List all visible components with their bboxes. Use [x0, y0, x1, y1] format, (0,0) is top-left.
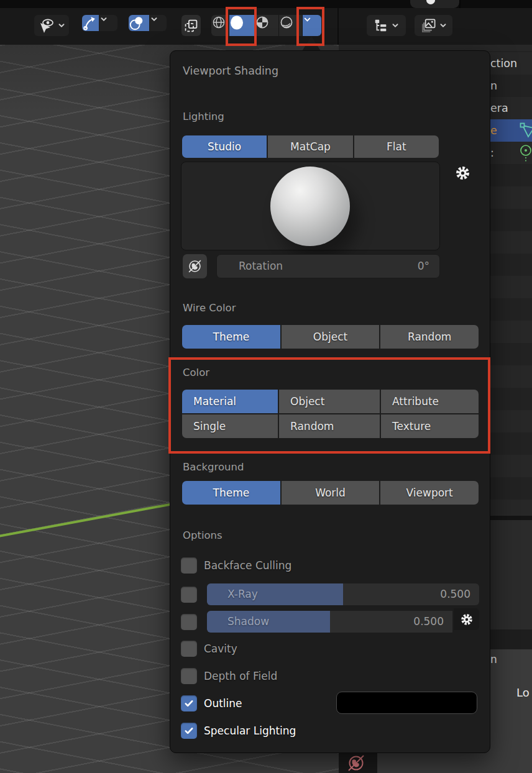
mesh-data-icon: [519, 122, 532, 139]
shading-material-button[interactable]: [255, 15, 278, 36]
outliner-item-label[interactable]: e: [490, 119, 497, 142]
outline-label: Outline: [204, 697, 242, 710]
background-section-label: Background: [183, 461, 244, 473]
lighting-segmented-control: Studio MatCap Flat: [182, 135, 439, 158]
lighting-section-label: Lighting: [183, 111, 224, 122]
chevron-down-icon: [439, 21, 447, 30]
chevron-down-icon: [57, 21, 66, 30]
gizmo-toggle-button[interactable]: [82, 15, 99, 31]
xray-icon: [183, 18, 199, 34]
image-stack-icon: [420, 17, 437, 34]
backface-culling-row: Backface Culling: [181, 557, 291, 574]
chevron-down-icon: [150, 15, 167, 24]
workspace-tab[interactable]: [410, 0, 459, 8]
material-sphere-icon: [255, 15, 278, 30]
annotation-box-shading-dropdown: [296, 7, 324, 46]
overlays-toggle-button[interactable]: [129, 15, 149, 31]
xray-slider[interactable]: X-Ray 0.500: [207, 583, 479, 605]
header-buttons: [0, 8, 532, 45]
eye-cursor-icon: [38, 17, 55, 34]
rotation-slider[interactable]: Rotation 0°: [216, 254, 440, 278]
properties-text: Lo: [516, 686, 530, 699]
lighting-option-flat[interactable]: Flat: [354, 135, 439, 158]
options-section-label: Options: [183, 529, 222, 541]
annotation-box-solid-shading: [226, 7, 257, 46]
backface-culling-label: Backface Culling: [204, 559, 291, 572]
outliner-filter-button[interactable]: [415, 15, 452, 36]
wire-color-option-random[interactable]: Random: [380, 325, 479, 349]
overlays-icon: [129, 15, 149, 31]
studiolight-preview[interactable]: [181, 162, 440, 250]
lighting-option-matcap[interactable]: MatCap: [268, 135, 352, 158]
shadow-settings-gear-icon[interactable]: [454, 608, 479, 630]
world-icon[interactable]: [347, 754, 365, 772]
object-visibility-button[interactable]: [34, 15, 69, 36]
background-option-viewport[interactable]: Viewport: [380, 481, 479, 505]
world-icon: [187, 258, 203, 274]
blender-window: ction n era e :: [0, 0, 532, 773]
annotation-box-color-section: [168, 357, 490, 454]
studiolight-settings-gear-icon[interactable]: [454, 165, 471, 181]
popup-title: Viewport Shading: [183, 65, 278, 77]
lighting-option-studio[interactable]: Studio: [182, 135, 267, 158]
depth-of-field-checkbox[interactable]: [181, 668, 197, 684]
outliner-item-label[interactable]: n: [490, 75, 497, 97]
gizmo-group: [82, 15, 117, 31]
world-space-lighting-button[interactable]: [183, 254, 207, 278]
shadow-label: Shadow: [227, 611, 269, 633]
background-option-world[interactable]: World: [282, 481, 380, 505]
xray-label: X-Ray: [227, 583, 258, 605]
outliner-item-label[interactable]: era: [490, 97, 508, 119]
wire-color-segmented-control: Theme Object Random: [182, 325, 479, 349]
wire-color-option-theme[interactable]: Theme: [182, 325, 280, 349]
backface-culling-checkbox[interactable]: [181, 557, 197, 574]
depth-of-field-row: Depth of Field: [181, 667, 277, 684]
cavity-label: Cavity: [204, 643, 237, 655]
outline-row: Outline: [181, 695, 242, 711]
shadow-checkbox[interactable]: [181, 614, 197, 630]
properties-text: n: [490, 653, 497, 666]
specular-lighting-label: Specular Lighting: [204, 725, 296, 737]
gizmo-icon: [82, 15, 99, 31]
xray-value: 0.500: [440, 583, 470, 605]
outliner-display-mode-button[interactable]: [367, 15, 406, 36]
sphere-icon: [426, 0, 435, 4]
gizmo-dropdown-button[interactable]: [99, 15, 117, 31]
topbar-divider: [459, 0, 461, 8]
outliner-item-label[interactable]: :: [490, 142, 494, 164]
wire-color-option-object[interactable]: Object: [282, 325, 380, 349]
outline-checkbox[interactable]: [181, 695, 197, 711]
tree-icon: [373, 17, 389, 34]
y-axis-line: [0, 501, 185, 538]
studio-sphere-preview: [270, 167, 350, 246]
overlays-dropdown-button[interactable]: [150, 15, 167, 31]
overlays-group: [129, 15, 167, 31]
cavity-checkbox[interactable]: [181, 641, 197, 657]
background-option-theme[interactable]: Theme: [182, 481, 280, 505]
chevron-down-icon: [391, 21, 400, 30]
rotation-value: 0°: [418, 255, 429, 278]
chevron-down-icon: [99, 15, 117, 24]
wire-color-section-label: Wire Color: [183, 302, 236, 314]
specular-lighting-checkbox[interactable]: [181, 723, 197, 739]
cavity-row: Cavity: [181, 640, 237, 657]
outliner-item-label[interactable]: ction: [490, 52, 517, 75]
xray-checkbox[interactable]: [181, 587, 197, 603]
outline-color-swatch[interactable]: [336, 692, 477, 714]
specular-lighting-row: Specular Lighting: [181, 722, 296, 739]
shadow-slider[interactable]: Shadow 0.500: [207, 611, 452, 633]
xray-toggle-button[interactable]: [181, 15, 201, 36]
shadow-row: Shadow 0.500: [181, 613, 197, 630]
xray-row: X-Ray 0.500: [181, 586, 197, 603]
light-icon: [518, 144, 532, 162]
depth-of-field-label: Depth of Field: [204, 670, 277, 682]
rotation-label: Rotation: [239, 255, 283, 278]
background-segmented-control: Theme World Viewport: [182, 481, 479, 505]
shadow-value: 0.500: [413, 611, 444, 633]
